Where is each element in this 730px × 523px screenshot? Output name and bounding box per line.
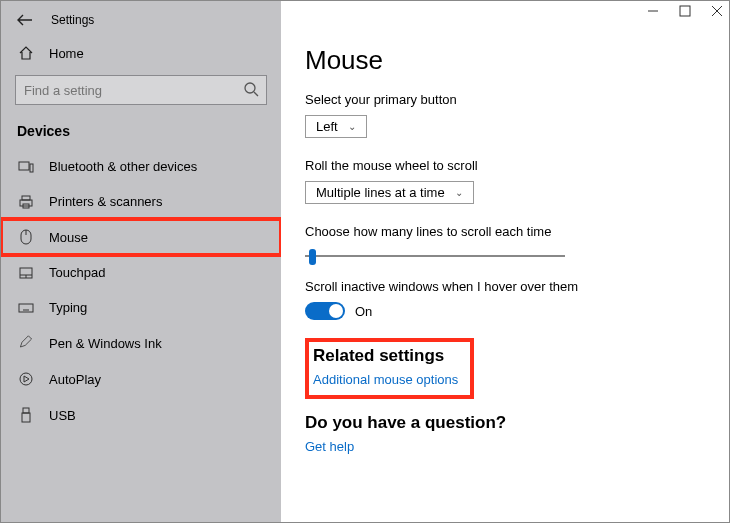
nav-label: AutoPlay <box>49 372 101 387</box>
search-input[interactable] <box>15 75 267 105</box>
nav-label: Typing <box>49 300 87 315</box>
slider-thumb[interactable] <box>309 249 316 265</box>
svg-point-17 <box>20 373 32 385</box>
scroll-lines-label: Choose how many lines to scroll each tim… <box>305 224 705 239</box>
svg-rect-19 <box>22 413 30 422</box>
keyboard-icon <box>17 302 35 314</box>
related-settings-heading: Related settings <box>313 346 458 366</box>
inactive-scroll-label: Scroll inactive windows when I hover ove… <box>305 279 705 294</box>
svg-rect-18 <box>23 408 29 413</box>
pen-icon <box>17 335 35 351</box>
additional-mouse-options-link[interactable]: Additional mouse options <box>313 372 458 387</box>
nav-item-mouse[interactable]: Mouse <box>1 219 281 255</box>
autoplay-icon <box>17 371 35 387</box>
home-icon <box>17 45 35 61</box>
svg-rect-2 <box>19 162 29 170</box>
mouse-icon <box>17 229 35 245</box>
usb-icon <box>17 407 35 423</box>
chevron-down-icon: ⌄ <box>455 187 463 198</box>
maximize-button[interactable] <box>679 5 691 17</box>
primary-button-value: Left <box>316 119 338 134</box>
nav-item-printers[interactable]: Printers & scanners <box>1 184 281 219</box>
toggle-state-label: On <box>355 304 372 319</box>
scroll-lines-slider[interactable] <box>305 247 565 265</box>
devices-icon <box>17 160 35 174</box>
home-label: Home <box>49 46 84 61</box>
scroll-mode-label: Roll the mouse wheel to scroll <box>305 158 705 173</box>
nav-item-typing[interactable]: Typing <box>1 290 281 325</box>
svg-rect-4 <box>20 200 32 206</box>
nav-label: Mouse <box>49 230 88 245</box>
question-heading: Do you have a question? <box>305 413 705 433</box>
slider-track <box>305 255 565 257</box>
chevron-down-icon: ⌄ <box>348 121 356 132</box>
nav-label: Printers & scanners <box>49 194 162 209</box>
page-title: Mouse <box>305 45 705 76</box>
nav-item-autoplay[interactable]: AutoPlay <box>1 361 281 397</box>
main-pane: Mouse Select your primary button Left ⌄ … <box>281 1 729 522</box>
nav-label: Pen & Windows Ink <box>49 336 162 351</box>
help-section: Do you have a question? Get help <box>305 413 705 454</box>
printer-icon <box>17 195 35 209</box>
back-arrow-icon[interactable] <box>17 14 33 26</box>
related-settings-box: Related settings Additional mouse option… <box>305 338 474 399</box>
home-nav[interactable]: Home <box>1 37 281 69</box>
primary-button-select[interactable]: Left ⌄ <box>305 115 367 138</box>
nav-list: Bluetooth & other devices Printers & sca… <box>1 149 281 433</box>
nav-item-touchpad[interactable]: Touchpad <box>1 255 281 290</box>
window-controls <box>647 5 723 17</box>
svg-rect-12 <box>19 304 33 312</box>
minimize-button[interactable] <box>647 5 659 17</box>
nav-item-usb[interactable]: USB <box>1 397 281 433</box>
search-field[interactable] <box>15 75 267 105</box>
inactive-scroll-toggle[interactable] <box>305 302 345 320</box>
sidebar: Settings Home Devices Bluetooth & other … <box>1 1 281 522</box>
section-title: Devices <box>1 119 281 149</box>
scroll-mode-select[interactable]: Multiple lines at a time ⌄ <box>305 181 474 204</box>
scroll-mode-value: Multiple lines at a time <box>316 185 445 200</box>
svg-rect-5 <box>22 196 30 200</box>
nav-label: Bluetooth & other devices <box>49 159 197 174</box>
nav-item-bluetooth[interactable]: Bluetooth & other devices <box>1 149 281 184</box>
app-title: Settings <box>51 13 94 27</box>
nav-label: Touchpad <box>49 265 105 280</box>
get-help-link[interactable]: Get help <box>305 439 705 454</box>
nav-label: USB <box>49 408 76 423</box>
titlebar: Settings <box>1 7 281 37</box>
primary-button-label: Select your primary button <box>305 92 705 107</box>
toggle-knob <box>329 304 343 318</box>
nav-item-pen[interactable]: Pen & Windows Ink <box>1 325 281 361</box>
close-button[interactable] <box>711 5 723 17</box>
svg-rect-3 <box>30 164 33 172</box>
touchpad-icon <box>17 266 35 280</box>
svg-rect-21 <box>680 6 690 16</box>
